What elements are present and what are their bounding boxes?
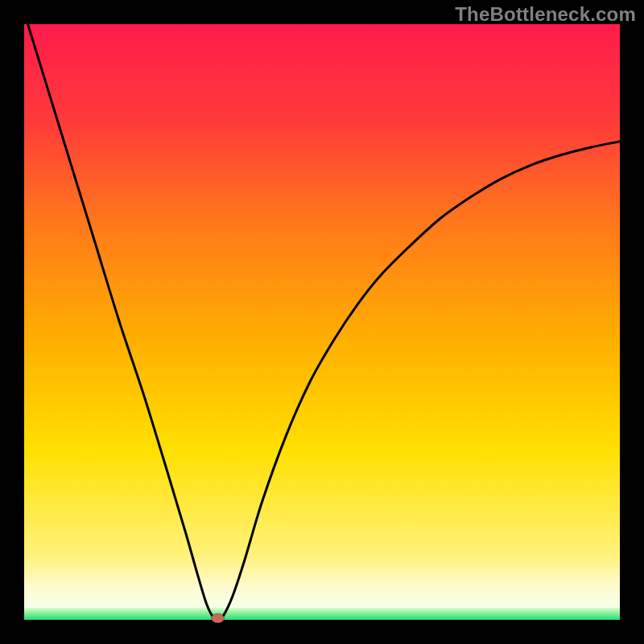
- bottleneck-chart: [0, 0, 644, 644]
- svg-rect-2: [24, 555, 620, 608]
- svg-rect-1: [24, 24, 620, 555]
- chart-frame: TheBottleneck.com: [0, 0, 644, 644]
- watermark-text: TheBottleneck.com: [455, 3, 636, 26]
- svg-rect-3: [24, 608, 620, 620]
- optimal-point-marker: [212, 613, 225, 623]
